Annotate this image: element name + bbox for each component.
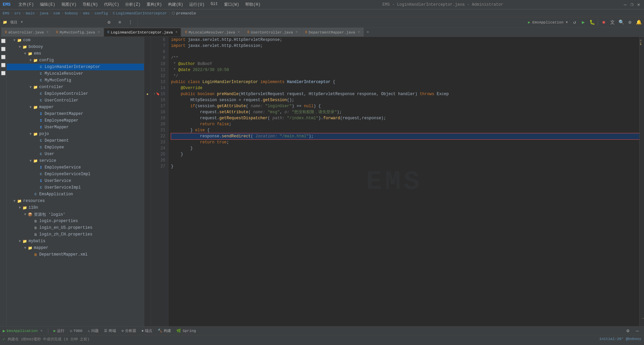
tab-close-loginhandler[interactable]: ×	[175, 30, 177, 34]
sidebar-icon-5[interactable]: ⬜	[1, 70, 6, 76]
menu-navigate[interactable]: 导航(N)	[80, 1, 101, 8]
tree-item-service[interactable]: ▼ 📁 service	[7, 157, 144, 164]
gutter-15[interactable]: ●	[144, 91, 151, 97]
tree-item-emsapp[interactable]: C EmsApplication	[7, 191, 144, 198]
code-editor[interactable]: EMS ●	[144, 37, 644, 326]
tab-econtroller[interactable]: C eController.java ×	[1, 28, 52, 37]
breadcrumb-java[interactable]: java	[40, 11, 48, 15]
breadcrumb-main[interactable]: main	[26, 11, 35, 15]
tree-item-mybatis[interactable]: ▼ 📁 mybatis	[7, 238, 144, 245]
bottom-tab-endpoints[interactable]: ● 端点	[142, 328, 153, 333]
tree-item-deptmapper[interactable]: I DepartmentMapper	[7, 111, 144, 117]
tree-item-deptmapperxml[interactable]: 🗎 DepartmentMapper.xml	[7, 251, 144, 258]
run-button[interactable]: ▶	[579, 18, 587, 26]
tab-departmentmapper[interactable]: C DepartmentMapper.java ×	[302, 28, 364, 37]
translate-icon[interactable]: 文	[608, 18, 616, 26]
tree-item-loginhandler[interactable]: C LoginHandlerInterceptor	[7, 64, 144, 70]
tab-close-departmentmapper[interactable]: ×	[358, 30, 360, 34]
menu-git[interactable]: Git	[208, 1, 221, 8]
tree-item-empserviceimpl[interactable]: C EmployeeServiceImpl	[7, 171, 144, 178]
tree-item-mylocale[interactable]: C MyLocaleResolver	[7, 70, 144, 77]
tree-item-config[interactable]: ▼ 📁 config	[7, 57, 144, 64]
bottom-tab-problems[interactable]: ⚠ 问题	[88, 328, 99, 333]
tab-close-mylocale[interactable]: ×	[238, 30, 240, 34]
menu-view[interactable]: 视图(V)	[59, 1, 79, 8]
tree-item-com[interactable]: ▼ 📁 com	[7, 37, 144, 44]
tree-item-empservice[interactable]: I EmployeeService	[7, 164, 144, 171]
settings-bottom-icon[interactable]: ⚙	[624, 327, 632, 335]
tree-item-loginenprop[interactable]: 🗎 login_en_US.properties	[7, 224, 144, 231]
tree-item-employee[interactable]: C Employee	[7, 144, 144, 151]
run-tab-close[interactable]: ×	[40, 329, 43, 333]
bottom-tab-build[interactable]: 🔨 构建	[158, 328, 171, 333]
tree-item-userserviceimpl[interactable]: C UserServiceImpl	[7, 184, 144, 191]
menu-help[interactable]: 帮助(H)	[243, 1, 263, 8]
bottom-tab-todo[interactable]: ☑ TODO	[70, 329, 82, 333]
debug-button[interactable]: 🐛	[588, 18, 596, 26]
bottom-tab-spring[interactable]: 🌿 Spring	[176, 329, 196, 333]
tab-close-mymvcconfig[interactable]: ×	[98, 30, 100, 34]
tree-item-ems[interactable]: ▼ 📁 ems	[7, 50, 144, 57]
tree-item-empcontroller[interactable]: C EmployeeController	[7, 90, 144, 97]
tree-settings-icon[interactable]: ⚙	[105, 18, 113, 26]
menu-file[interactable]: 文件(F)	[16, 1, 37, 8]
stop-button[interactable]: ■	[600, 18, 608, 26]
breadcrumb-src[interactable]: src	[14, 11, 21, 15]
sidebar-icon-3[interactable]: ⬜	[1, 54, 6, 60]
run-config-label[interactable]: ▶ EmsApplication ▼	[526, 20, 570, 24]
tab-close-econtroller[interactable]: ×	[47, 30, 49, 34]
run-config-dropdown[interactable]: ▼	[566, 20, 568, 24]
tab-usercontroller[interactable]: C UserController.java ×	[244, 28, 301, 37]
override-icon[interactable]: ↑	[154, 91, 155, 97]
tree-item-empmapper[interactable]: I EmployeeMapper	[7, 117, 144, 124]
tree-item-bobooy[interactable]: ▼ 📁 bobooy	[7, 44, 144, 50]
tree-item-user[interactable]: C User	[7, 151, 144, 157]
tree-more-icon[interactable]: ⋮	[126, 18, 135, 26]
tree-item-loginprop[interactable]: 🗎 login.properties	[7, 218, 144, 224]
menu-bar[interactable]: 文件(F) 编辑(E) 视图(V) 导航(N) 代码(C) 分析(Z) 重构(R…	[16, 1, 263, 8]
menu-code[interactable]: 代码(C)	[101, 1, 122, 8]
menu-edit[interactable]: 编辑(E)	[37, 1, 58, 8]
breadcrumb-com[interactable]: com	[53, 11, 60, 15]
sidebar-icon-1[interactable]: ⬜	[1, 38, 6, 44]
breadcrumb-ems2[interactable]: ems	[83, 11, 90, 15]
notifications-icon[interactable]: 🔔	[635, 18, 643, 26]
bottom-tab-profiler[interactable]: ⊙ 分析器	[121, 328, 136, 333]
minimize-button[interactable]: —	[623, 2, 628, 7]
menu-window[interactable]: 窗口(W)	[221, 1, 242, 8]
tree-item-userservice[interactable]: I UserService	[7, 178, 144, 184]
tree-item-mybatismapper[interactable]: ▼ 📁 mapper	[7, 245, 144, 251]
tree-item-i18n[interactable]: ▼ 📁 i18n	[7, 204, 144, 211]
refresh-icon[interactable]: ↺	[571, 18, 579, 26]
tab-close-usercontroller[interactable]: ×	[296, 30, 298, 34]
breadcrumb-config[interactable]: config	[95, 11, 108, 15]
tree-item-loginpack[interactable]: ▼ 📦 资源包 'login'	[7, 211, 144, 218]
bottom-run-app[interactable]: ▶ EmsApplication ×	[3, 328, 43, 334]
tab-loginhandler[interactable]: C LoginHandlerInterceptor.java ×	[104, 28, 181, 37]
sidebar-icon-4[interactable]: ⬜	[1, 62, 6, 68]
bottom-tab-run[interactable]: ▶ 运行	[54, 328, 65, 333]
right-gutter-scrollbar[interactable]: ⚠ 1 —	[639, 37, 644, 326]
breadcrumb-bobooy[interactable]: bobooy	[65, 11, 78, 15]
tree-item-controller[interactable]: ▼ 📁 controller	[7, 84, 144, 90]
menu-analyze[interactable]: 分析(Z)	[122, 1, 143, 8]
settings-icon[interactable]: ⚙	[626, 18, 634, 26]
menu-build[interactable]: 构建(B)	[165, 1, 186, 8]
tab-mylocale[interactable]: C MyLocaleResolver.java ×	[181, 28, 244, 37]
tree-collapse-icon[interactable]: ≡	[116, 18, 124, 26]
bottom-tab-terminal[interactable]: ☰ 终端	[104, 328, 116, 333]
bookmark-icon[interactable]: 🔖	[156, 91, 160, 97]
maximize-button[interactable]: ❐	[629, 2, 635, 7]
run-app-name[interactable]: EmsApplication	[532, 20, 566, 24]
tree-item-resources[interactable]: ▼ 📁 resources	[7, 198, 144, 204]
tabs-overflow[interactable]: »	[364, 28, 372, 37]
tree-item-pojo[interactable]: ▼ 📁 pojo	[7, 131, 144, 137]
menu-refactor[interactable]: 重构(R)	[144, 1, 165, 8]
close-button[interactable]: ✕	[636, 2, 641, 7]
tree-item-dept[interactable]: C Department	[7, 137, 144, 144]
tree-item-mapper[interactable]: ▼ 📁 mapper	[7, 104, 144, 111]
breadcrumb-ems[interactable]: EMS	[3, 11, 9, 15]
sidebar-icon-2[interactable]: ⬜	[1, 46, 6, 52]
search-icon[interactable]: 🔍	[617, 18, 625, 26]
menu-run[interactable]: 运行(U)	[186, 1, 207, 8]
